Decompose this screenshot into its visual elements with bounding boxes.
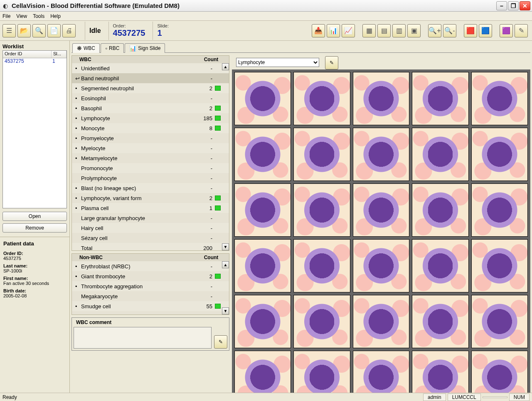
tool-button-r1[interactable]: 📥 (312, 24, 325, 37)
cell-image[interactable] (412, 295, 468, 348)
tool-button-1[interactable]: ☰ (2, 24, 16, 37)
cell-class-row[interactable]: •Blast (no lineage spec)- (72, 183, 229, 193)
menu-tools[interactable]: Tools (33, 13, 44, 19)
cell-image[interactable] (293, 183, 350, 237)
cell-class-row[interactable]: •Metamyelocyte- (72, 153, 229, 163)
cell-class-row[interactable]: •Basophil2 (72, 103, 229, 113)
cell-image[interactable] (234, 128, 291, 181)
cell-image[interactable] (234, 239, 291, 292)
open-button[interactable]: Open (2, 212, 67, 221)
cell-image[interactable] (353, 128, 409, 181)
scroll-down-button[interactable]: ▼ (222, 243, 229, 250)
cell-class-row[interactable]: Promonocyte- (72, 163, 229, 173)
cell-image[interactable] (353, 72, 409, 125)
indicator-icon (215, 166, 221, 171)
cell-image[interactable] (353, 295, 409, 348)
cell-class-row[interactable]: •Thrombocyte aggregation- (72, 281, 229, 291)
cell-class-row[interactable]: Hairy cell- (72, 223, 229, 233)
cell-image[interactable] (293, 128, 350, 181)
cell-image[interactable] (234, 351, 291, 393)
cell-image[interactable] (293, 295, 350, 348)
zoom-out-button[interactable]: 🔍- (443, 24, 456, 37)
nonwbc-list[interactable]: ▲ ▼ •Erythroblast (NRBC)-•Giant thromboc… (72, 261, 229, 314)
menu-help[interactable]: Help (50, 13, 61, 19)
tool-button-5[interactable]: 🖨 (62, 24, 76, 37)
cell-image[interactable] (293, 351, 350, 393)
cell-class-row[interactable]: ↩Band neutrophil- (72, 73, 229, 83)
cell-image[interactable] (353, 239, 409, 292)
indicator-icon (215, 264, 221, 269)
close-button[interactable]: ✕ (520, 1, 530, 10)
tool-button-r2[interactable]: 📊 (327, 24, 340, 37)
cell-class-row[interactable]: •Promyelocyte- (72, 133, 229, 143)
tool-button-r13[interactable]: ✎ (515, 24, 528, 37)
cell-class-row[interactable]: •Segmented neutrophil2 (72, 83, 229, 93)
zoom-in-button[interactable]: 🔍+ (428, 24, 441, 37)
cell-class-row[interactable]: •Plasma cell1 (72, 203, 229, 213)
scroll-up-button[interactable]: ▲ (222, 63, 229, 70)
cell-image[interactable] (412, 183, 468, 237)
menu-file[interactable]: File (2, 13, 10, 19)
cell-class-row[interactable]: •Monocyte8 (72, 123, 229, 133)
worklist-row[interactable]: 4537275 1 (3, 58, 66, 65)
cell-image[interactable] (234, 183, 291, 237)
grid-edit-button[interactable]: ✎ (325, 56, 338, 69)
cell-class-row[interactable]: •Lymphocyte, variant form2 (72, 193, 229, 203)
cell-image[interactable] (471, 295, 528, 348)
cell-class-select[interactable]: Lymphocyte (236, 58, 319, 67)
cell-image[interactable] (234, 72, 291, 125)
cell-class-row[interactable]: Prolymphocyte- (72, 173, 229, 183)
cell-image[interactable] (471, 239, 528, 292)
tool-button-r12[interactable]: 🟪 (500, 24, 513, 37)
cell-class-row[interactable]: •Smudge cell55 (72, 301, 229, 311)
scroll-down-button[interactable]: ▼ (222, 307, 229, 314)
worklist-col-order[interactable]: Order ID (3, 51, 52, 58)
maximize-button[interactable]: ❐ (508, 1, 519, 10)
tab-sign-slide[interactable]: 📊Sign Slide (125, 43, 165, 53)
cell-class-row[interactable]: •Lymphocyte185 (72, 113, 229, 123)
wbc-list[interactable]: ▲ ▼ •Unidentified-↩Band neutrophil-•Segm… (72, 63, 229, 250)
menu-view[interactable]: View (16, 13, 27, 19)
cell-image[interactable] (471, 351, 528, 393)
tool-button-r10[interactable]: 🟥 (464, 24, 477, 37)
tool-button-r5[interactable]: ▤ (377, 24, 391, 37)
worklist-col-slide[interactable]: Sl... (52, 51, 66, 58)
cell-class-row[interactable]: Sézary cell- (72, 233, 229, 243)
cell-class-row[interactable]: •Unidentified- (72, 63, 229, 73)
tool-button-3[interactable]: 🔍 (32, 24, 46, 37)
cell-image[interactable] (234, 295, 291, 348)
scroll-up-button[interactable]: ▲ (222, 261, 229, 268)
cell-class-row[interactable]: •Myelocyte- (72, 143, 229, 153)
tab-wbc[interactable]: ❋WBC (72, 43, 100, 53)
minimize-button[interactable]: – (496, 1, 507, 10)
cell-image[interactable] (353, 351, 409, 393)
tab-rbc[interactable]: ◦RBC (101, 43, 124, 53)
tool-button-r6[interactable]: ▥ (392, 24, 406, 37)
cell-class-row[interactable]: •Erythroblast (NRBC)- (72, 261, 229, 271)
tool-button-r4[interactable]: ▦ (362, 24, 376, 37)
cell-image[interactable] (353, 183, 409, 237)
tool-button-r3[interactable]: 📈 (342, 24, 355, 37)
tool-button-4[interactable]: 📄 (47, 24, 61, 37)
cell-class-row[interactable]: Megakaryocyte- (72, 291, 229, 301)
comment-edit-button[interactable]: ✎ (214, 335, 227, 349)
cell-image[interactable] (471, 183, 528, 237)
remove-button[interactable]: Remove (2, 223, 67, 233)
wbc-comment-input[interactable] (74, 327, 212, 349)
cell-class-row[interactable]: Large granular lymphocyte- (72, 213, 229, 223)
tool-button-2[interactable]: 📂 (17, 24, 31, 37)
cell-image[interactable] (412, 72, 468, 125)
cell-image[interactable] (471, 72, 528, 125)
tool-button-r11[interactable]: 🟦 (479, 24, 492, 37)
cell-image-grid[interactable] (232, 69, 530, 393)
cell-image[interactable] (471, 128, 528, 181)
cell-image[interactable] (412, 128, 468, 181)
cell-class-row[interactable]: •Eosinophil- (72, 93, 229, 103)
cell-image[interactable] (293, 72, 350, 125)
cell-class-row[interactable]: •Giant thrombocyte2 (72, 271, 229, 281)
cell-image[interactable] (412, 351, 468, 393)
tool-button-r7[interactable]: ▣ (407, 24, 421, 37)
cell-image[interactable] (293, 239, 350, 292)
worklist-table[interactable]: Order ID Sl... 4537275 1 (2, 50, 67, 208)
cell-image[interactable] (412, 239, 468, 292)
